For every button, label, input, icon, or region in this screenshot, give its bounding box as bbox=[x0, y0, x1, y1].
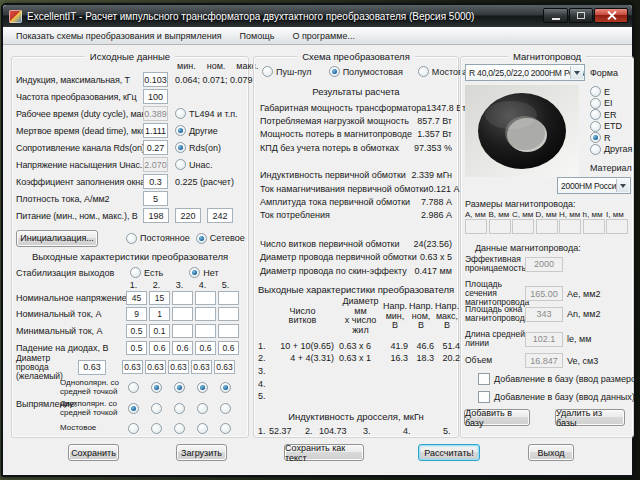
nominal-current-2[interactable]: 1 bbox=[149, 307, 170, 321]
nominal-voltage-4[interactable] bbox=[195, 291, 216, 305]
menu-help[interactable]: Помощь bbox=[231, 29, 284, 43]
wire-diameter-3[interactable]: 0.63 bbox=[168, 360, 189, 374]
shape-other-radio[interactable] bbox=[590, 144, 601, 155]
shape-etd-radio[interactable] bbox=[590, 121, 601, 132]
maximize-icon bbox=[577, 12, 585, 19]
nominal-current-5[interactable] bbox=[218, 307, 239, 321]
nominal-current-4[interactable] bbox=[195, 307, 216, 321]
rect-bipolar-2[interactable] bbox=[151, 403, 162, 414]
supply-min-input[interactable]: 198 bbox=[143, 208, 169, 223]
core-area-value: 165.00 bbox=[525, 286, 563, 301]
rect-bridge-1[interactable] bbox=[128, 423, 139, 434]
rect-unipolar-2[interactable] bbox=[151, 382, 162, 393]
path-length-value: 102.1 bbox=[525, 332, 563, 347]
client-area: Исходные данные мин. ном. макс. Индукция… bbox=[3, 45, 632, 472]
rect-bridge-3[interactable] bbox=[174, 423, 185, 434]
rdson-radio[interactable] bbox=[175, 142, 186, 153]
load-button[interactable]: Загрузить bbox=[176, 444, 227, 461]
halfbridge-radio[interactable] bbox=[329, 66, 340, 77]
minimal-current-5[interactable] bbox=[218, 324, 239, 338]
minimal-current-4[interactable] bbox=[195, 324, 216, 338]
rect-bipolar-4[interactable] bbox=[197, 403, 208, 414]
supply-max-input[interactable]: 242 bbox=[207, 208, 233, 223]
rect-bipolar-3[interactable] bbox=[174, 403, 185, 414]
diode-drop-1[interactable]: 0.5 bbox=[126, 341, 147, 355]
add-sizes-checkbox[interactable] bbox=[478, 373, 490, 385]
rect-unipolar-1[interactable] bbox=[128, 382, 139, 393]
rect-bridge-4[interactable] bbox=[197, 423, 208, 434]
result-value: 1.357 Вт bbox=[417, 129, 452, 139]
mains-supply-radio[interactable] bbox=[196, 233, 207, 244]
wire-diameter-4[interactable]: 0.63 bbox=[191, 360, 212, 374]
nominal-current-1[interactable]: 9 bbox=[126, 307, 147, 321]
calculate-button[interactable]: Рассчитать! bbox=[418, 444, 480, 461]
shape-er-radio[interactable] bbox=[590, 109, 601, 120]
minimal-current-2[interactable]: 0.1 bbox=[149, 324, 170, 338]
add-sizes-label: Добавление в базу (ввод размеров) bbox=[494, 374, 640, 384]
material-select[interactable]: 2000НМ Россия bbox=[557, 177, 631, 194]
add-to-database-button[interactable]: Добавить в базу bbox=[464, 409, 530, 426]
rect-unipolar-5[interactable] bbox=[220, 382, 231, 393]
rect-unipolar-4[interactable] bbox=[197, 382, 208, 393]
minimize-icon bbox=[552, 18, 560, 20]
diode-drop-2[interactable]: 0.6 bbox=[149, 341, 170, 355]
result-value: 0.121 А bbox=[428, 184, 459, 194]
window-fill-input[interactable]: 0.3 bbox=[143, 174, 168, 189]
save-as-text-button[interactable]: Сохранить как текст bbox=[284, 444, 364, 461]
tl494-radio[interactable] bbox=[175, 108, 186, 119]
rect-bipolar-5[interactable] bbox=[220, 403, 231, 414]
wire-diameter-2[interactable]: 0.63 bbox=[145, 360, 166, 374]
result-label: КПД без учета потерь в обмотках bbox=[260, 143, 414, 153]
induction-input[interactable]: 0.103 bbox=[143, 72, 168, 87]
wire-diameter-5[interactable]: 0.63 bbox=[214, 360, 235, 374]
unas-radio[interactable] bbox=[175, 159, 186, 170]
wire-diameter-desired[interactable]: 0.63 bbox=[78, 360, 106, 375]
rdson-input[interactable]: 0.27 bbox=[143, 140, 168, 155]
initialization-button[interactable]: Инициализация... bbox=[16, 230, 98, 247]
stab-no-radio[interactable] bbox=[189, 267, 200, 278]
frequency-input[interactable]: 100 bbox=[143, 89, 168, 104]
dead-time-input[interactable]: 1.111 bbox=[143, 123, 168, 138]
supply-nom-input[interactable]: 220 bbox=[175, 208, 201, 223]
other-driver-radio[interactable] bbox=[175, 125, 186, 136]
maximize-button[interactable] bbox=[569, 8, 593, 23]
minimal-current-1[interactable]: 0.5 bbox=[126, 324, 147, 338]
shape-r-radio[interactable] bbox=[590, 132, 601, 143]
dc-supply-radio[interactable] bbox=[126, 233, 137, 244]
choke-values-row: 1.52.37 2.104.73 3. 4. 5. bbox=[254, 426, 458, 436]
rect-unipolar-3[interactable] bbox=[174, 382, 185, 393]
core-select[interactable]: R 40,0/25,0/22,0 2000НМ Россия bbox=[465, 64, 585, 81]
result-value: 2.986 А bbox=[421, 210, 452, 220]
menu-about[interactable]: О программе... bbox=[283, 29, 364, 43]
nominal-voltage-5[interactable] bbox=[218, 291, 239, 305]
nominal-voltage-3[interactable] bbox=[172, 291, 193, 305]
add-data-checkbox[interactable] bbox=[478, 391, 490, 403]
nominal-current-3[interactable] bbox=[172, 307, 193, 321]
title-bar[interactable]: ExcellentIT - Расчет импульсного трансфо… bbox=[3, 5, 632, 27]
shape-ei-radio[interactable] bbox=[590, 98, 601, 109]
diode-drop-4[interactable]: 0.6 bbox=[195, 341, 216, 355]
nominal-voltage-2[interactable]: 15 bbox=[149, 291, 170, 305]
nominal-voltage-1[interactable]: 45 bbox=[126, 291, 147, 305]
close-button[interactable] bbox=[594, 8, 628, 23]
menu-show-schemes[interactable]: Показать схемы преобразования и выпрямле… bbox=[7, 29, 231, 43]
rect-bridge-5[interactable] bbox=[220, 423, 231, 434]
remove-from-database-button[interactable]: Удалить из базы bbox=[555, 409, 625, 426]
current-density-input[interactable]: 5 bbox=[143, 191, 168, 206]
col-3: 3. bbox=[168, 280, 191, 290]
stab-yes-radio[interactable] bbox=[130, 267, 141, 278]
save-button[interactable]: Сохранить bbox=[68, 444, 119, 461]
minimal-current-3[interactable] bbox=[172, 324, 193, 338]
diode-drop-3[interactable]: 0.6 bbox=[172, 341, 193, 355]
bridge-radio[interactable] bbox=[418, 66, 429, 77]
exit-button[interactable]: Выход bbox=[528, 444, 574, 461]
minimize-button[interactable] bbox=[543, 8, 568, 23]
wire-diameter-1[interactable]: 0.63 bbox=[122, 360, 143, 374]
shape-e-radio[interactable] bbox=[590, 86, 601, 97]
rect-bridge-2[interactable] bbox=[151, 423, 162, 434]
diode-drop-5[interactable]: 0.6 bbox=[218, 341, 239, 355]
unas-radio-label: Uнас. bbox=[189, 160, 212, 170]
rect-bipolar-1[interactable] bbox=[128, 403, 139, 414]
pushpull-radio[interactable] bbox=[262, 66, 273, 77]
core-select-value: R 40,0/25,0/22,0 2000НМ Россия bbox=[469, 68, 585, 78]
